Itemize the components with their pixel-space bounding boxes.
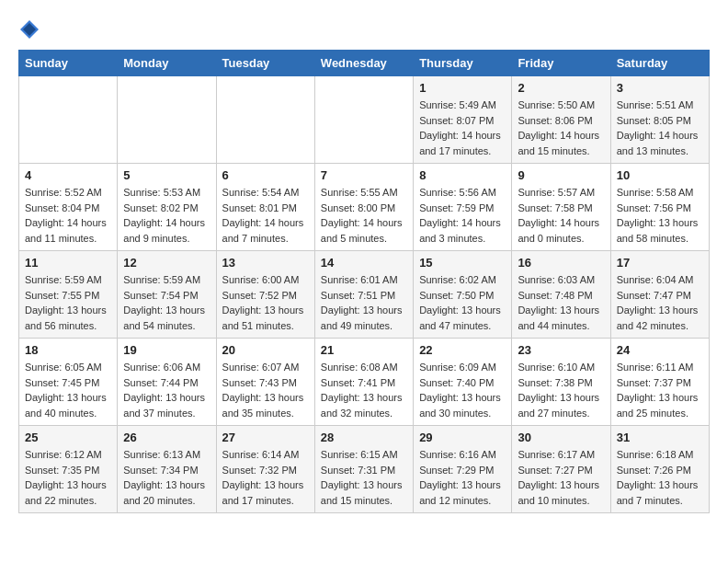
day-number: 22 [419,343,506,357]
calendar-cell: 2Sunrise: 5:50 AM Sunset: 8:06 PM Daylig… [512,76,610,164]
calendar-cell: 13Sunrise: 6:00 AM Sunset: 7:52 PM Dayli… [216,251,314,339]
day-info: Sunrise: 5:58 AM Sunset: 7:56 PM Dayligh… [617,185,703,246]
calendar-cell: 10Sunrise: 5:58 AM Sunset: 7:56 PM Dayli… [610,164,709,251]
day-number: 24 [617,343,703,357]
day-number: 6 [222,168,309,182]
calendar-cell: 6Sunrise: 5:54 AM Sunset: 8:01 PM Daylig… [216,164,314,251]
calendar-cell: 18Sunrise: 6:05 AM Sunset: 7:45 PM Dayli… [19,339,118,426]
calendar-cell: 25Sunrise: 6:12 AM Sunset: 7:35 PM Dayli… [19,426,118,513]
day-info: Sunrise: 5:50 AM Sunset: 8:06 PM Dayligh… [518,98,604,158]
day-number: 19 [123,343,210,357]
day-info: Sunrise: 6:12 AM Sunset: 7:35 PM Dayligh… [25,447,111,508]
day-number: 1 [419,81,506,95]
day-info: Sunrise: 6:01 AM Sunset: 7:51 PM Dayligh… [321,272,407,333]
day-info: Sunrise: 5:52 AM Sunset: 8:04 PM Dayligh… [25,185,111,246]
day-info: Sunrise: 6:18 AM Sunset: 7:26 PM Dayligh… [617,447,703,508]
calendar-cell: 3Sunrise: 5:51 AM Sunset: 8:05 PM Daylig… [610,76,709,164]
day-info: Sunrise: 5:54 AM Sunset: 8:01 PM Dayligh… [222,185,309,246]
day-info: Sunrise: 6:09 AM Sunset: 7:40 PM Dayligh… [419,360,506,420]
calendar-cell [314,76,413,164]
day-number: 14 [321,256,407,270]
day-number: 5 [123,168,210,182]
calendar-cell [216,76,314,164]
day-number: 27 [222,431,309,444]
day-info: Sunrise: 6:06 AM Sunset: 7:44 PM Dayligh… [123,360,210,420]
calendar-cell: 28Sunrise: 6:15 AM Sunset: 7:31 PM Dayli… [314,426,413,513]
calendar-cell: 20Sunrise: 6:07 AM Sunset: 7:43 PM Dayli… [216,339,314,426]
day-info: Sunrise: 6:05 AM Sunset: 7:45 PM Dayligh… [25,360,111,420]
calendar-week-row: 4Sunrise: 5:52 AM Sunset: 8:04 PM Daylig… [19,164,710,251]
day-info: Sunrise: 5:59 AM Sunset: 7:54 PM Dayligh… [123,272,210,333]
day-header-thursday: Thursday [414,51,512,76]
day-info: Sunrise: 5:51 AM Sunset: 8:05 PM Dayligh… [617,98,703,158]
calendar-cell: 12Sunrise: 5:59 AM Sunset: 7:54 PM Dayli… [118,251,216,339]
calendar-cell: 4Sunrise: 5:52 AM Sunset: 8:04 PM Daylig… [19,164,118,251]
day-number: 23 [518,343,604,357]
calendar-cell: 23Sunrise: 6:10 AM Sunset: 7:38 PM Dayli… [512,339,610,426]
day-info: Sunrise: 5:59 AM Sunset: 7:55 PM Dayligh… [25,272,111,333]
day-number: 3 [617,81,703,95]
calendar-cell: 9Sunrise: 5:57 AM Sunset: 7:58 PM Daylig… [512,164,610,251]
day-header-saturday: Saturday [610,51,709,76]
logo [18,18,44,40]
calendar-cell [19,76,118,164]
day-number: 17 [617,256,703,270]
calendar-cell: 21Sunrise: 6:08 AM Sunset: 7:41 PM Dayli… [314,339,413,426]
logo-icon [18,18,40,40]
day-number: 21 [321,343,407,357]
day-number: 20 [222,343,309,357]
day-info: Sunrise: 6:16 AM Sunset: 7:29 PM Dayligh… [419,447,506,508]
day-number: 16 [518,256,604,270]
calendar-cell: 26Sunrise: 6:13 AM Sunset: 7:34 PM Dayli… [118,426,216,513]
day-number: 11 [25,256,111,270]
day-number: 15 [419,256,506,270]
day-info: Sunrise: 5:53 AM Sunset: 8:02 PM Dayligh… [123,185,210,246]
calendar-week-row: 11Sunrise: 5:59 AM Sunset: 7:55 PM Dayli… [19,251,710,339]
day-info: Sunrise: 6:08 AM Sunset: 7:41 PM Dayligh… [321,360,407,420]
calendar-cell: 30Sunrise: 6:17 AM Sunset: 7:27 PM Dayli… [512,426,610,513]
calendar-cell: 8Sunrise: 5:56 AM Sunset: 7:59 PM Daylig… [414,164,512,251]
day-info: Sunrise: 6:13 AM Sunset: 7:34 PM Dayligh… [123,447,210,508]
day-info: Sunrise: 6:10 AM Sunset: 7:38 PM Dayligh… [518,360,604,420]
calendar-cell: 14Sunrise: 6:01 AM Sunset: 7:51 PM Dayli… [314,251,413,339]
day-number: 13 [222,256,309,270]
day-number: 4 [25,168,111,182]
calendar-cell: 15Sunrise: 6:02 AM Sunset: 7:50 PM Dayli… [414,251,512,339]
calendar-cell: 24Sunrise: 6:11 AM Sunset: 7:37 PM Dayli… [610,339,709,426]
day-info: Sunrise: 5:55 AM Sunset: 8:00 PM Dayligh… [321,185,407,246]
day-number: 18 [25,343,111,357]
day-header-wednesday: Wednesday [314,51,413,76]
day-header-tuesday: Tuesday [216,51,314,76]
calendar-cell: 11Sunrise: 5:59 AM Sunset: 7:55 PM Dayli… [19,251,118,339]
day-number: 25 [25,431,111,444]
day-header-sunday: Sunday [19,51,118,76]
calendar-cell [118,76,216,164]
day-number: 29 [419,431,506,444]
day-number: 31 [617,431,703,444]
calendar-week-row: 25Sunrise: 6:12 AM Sunset: 7:35 PM Dayli… [19,426,710,513]
day-info: Sunrise: 5:49 AM Sunset: 8:07 PM Dayligh… [419,98,506,158]
day-number: 26 [123,431,210,444]
day-info: Sunrise: 6:02 AM Sunset: 7:50 PM Dayligh… [419,272,506,333]
day-info: Sunrise: 5:56 AM Sunset: 7:59 PM Dayligh… [419,185,506,246]
day-number: 7 [321,168,407,182]
page-header [18,18,710,40]
day-number: 30 [518,431,604,444]
day-info: Sunrise: 6:15 AM Sunset: 7:31 PM Dayligh… [321,447,407,508]
day-header-friday: Friday [512,51,610,76]
day-info: Sunrise: 6:11 AM Sunset: 7:37 PM Dayligh… [617,360,703,420]
calendar-cell: 27Sunrise: 6:14 AM Sunset: 7:32 PM Dayli… [216,426,314,513]
day-header-monday: Monday [118,51,216,76]
calendar-cell: 7Sunrise: 5:55 AM Sunset: 8:00 PM Daylig… [314,164,413,251]
day-info: Sunrise: 6:04 AM Sunset: 7:47 PM Dayligh… [617,272,703,333]
calendar-header-row: SundayMondayTuesdayWednesdayThursdayFrid… [19,51,710,76]
day-number: 12 [123,256,210,270]
calendar-week-row: 1Sunrise: 5:49 AM Sunset: 8:07 PM Daylig… [19,76,710,164]
day-number: 8 [419,168,506,182]
day-number: 2 [518,81,604,95]
day-info: Sunrise: 6:00 AM Sunset: 7:52 PM Dayligh… [222,272,309,333]
calendar-week-row: 18Sunrise: 6:05 AM Sunset: 7:45 PM Dayli… [19,339,710,426]
calendar-cell: 19Sunrise: 6:06 AM Sunset: 7:44 PM Dayli… [118,339,216,426]
calendar-cell: 16Sunrise: 6:03 AM Sunset: 7:48 PM Dayli… [512,251,610,339]
day-number: 9 [518,168,604,182]
